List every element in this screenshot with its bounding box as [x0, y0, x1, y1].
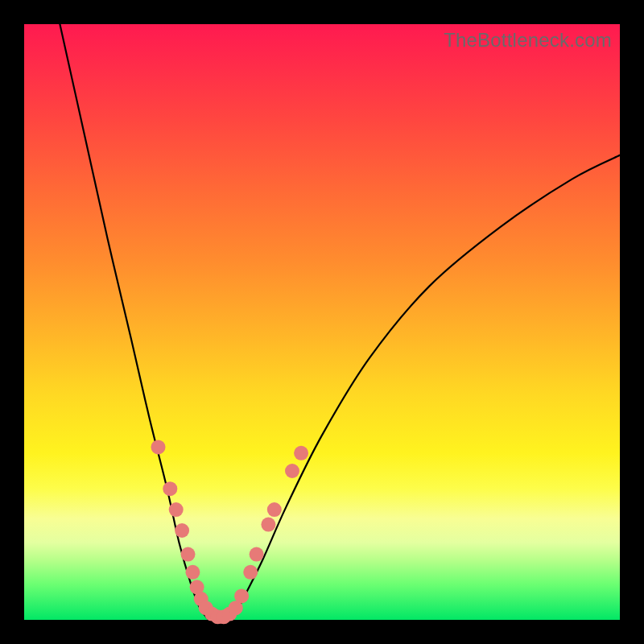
highlight-dot	[294, 446, 308, 460]
highlight-dots-group	[151, 440, 309, 624]
curves-svg	[24, 24, 620, 620]
right-branch-curve	[233, 155, 620, 620]
highlight-dot	[243, 565, 258, 580]
highlight-dot	[267, 502, 282, 517]
highlight-dot	[285, 464, 299, 478]
highlight-dot	[261, 518, 275, 532]
highlight-dot	[250, 547, 264, 562]
chart-frame: TheBottleneck.com	[0, 0, 644, 644]
highlight-dot	[181, 547, 196, 562]
highlight-dot	[185, 565, 200, 580]
highlight-dot	[169, 502, 184, 517]
highlight-dot	[163, 481, 177, 496]
highlight-dot	[175, 523, 189, 538]
highlight-dot	[234, 588, 249, 603]
plot-area: TheBottleneck.com	[24, 24, 620, 620]
highlight-dot	[151, 440, 166, 454]
